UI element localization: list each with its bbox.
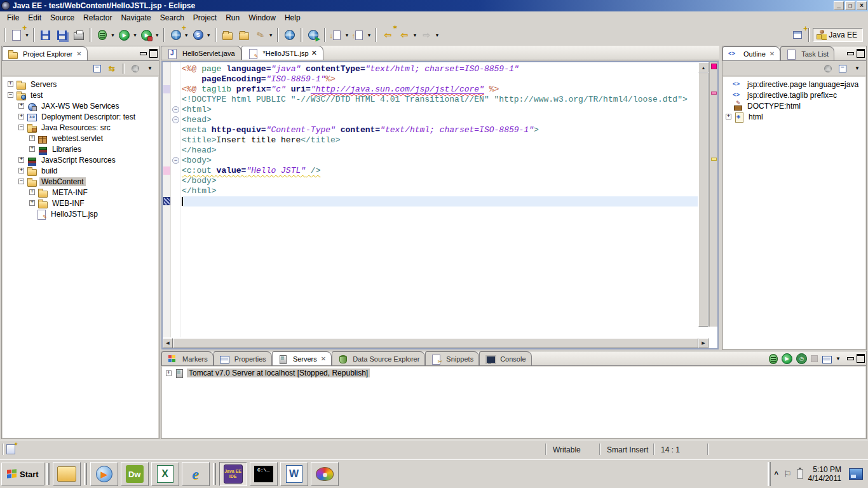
next-annotation-button[interactable]: ↓ [329,27,344,43]
close-view-icon[interactable]: ✕ [770,50,775,57]
vertical-scroll-thumb[interactable] [698,72,709,327]
taskbar-grip[interactable] [213,463,216,485]
menu-help[interactable]: Help [280,12,305,24]
java-ee-perspective-button[interactable]: Java EE [813,28,863,42]
expand-icon[interactable]: + [29,189,35,195]
save-button[interactable] [38,27,53,43]
tree-item-label[interactable]: META-INF [50,188,90,197]
mark-occurrences-button[interactable]: ✎ [253,27,268,43]
outline-item-html[interactable]: +html [726,111,865,122]
tree-item-label[interactable]: JAX-WS Web Services [39,102,121,111]
pink-annotation-mark[interactable] [163,166,170,175]
code-line[interactable]: <!DOCTYPE html PUBLIC "-//W3C//DTD HTML … [182,95,698,105]
java-ee-ide-taskbar-button[interactable]: Java EE IDE [219,462,247,486]
tab-console[interactable]: Console [479,351,531,365]
maximize-view-button[interactable] [857,49,864,56]
link-with-editor-button[interactable]: ⇆ [105,63,118,74]
menu-search[interactable]: Search [156,12,189,24]
expand-icon[interactable]: + [18,103,24,109]
tab-outline[interactable]: Outline✕ [722,46,780,60]
next-annotation-dropdown-icon[interactable]: ▼ [345,33,349,37]
tree-item-servers[interactable]: +Servers [5,79,158,90]
horizontal-scroll-thumb[interactable] [173,338,698,348]
open-resource-button[interactable] [236,27,252,43]
restore-button[interactable]: ❐ [845,1,855,10]
vertical-scrollbar[interactable]: ▲ [698,62,709,327]
collapse-icon[interactable]: − [18,125,24,130]
code-line[interactable]: <body> [182,156,698,166]
server-row[interactable]: + Tomcat v7.0 Server at localhost [Stopp… [162,367,865,378]
tree-item-build[interactable]: +build [5,165,158,176]
paint-taskbar-button[interactable] [311,462,339,486]
tree-item-deployment-descriptor-test[interactable]: +Deployment Descriptor: test [5,111,158,122]
tree-item-label[interactable]: webtest.servlet [50,134,105,143]
tree-item-test[interactable]: −test [5,90,158,100]
new-web-service-dropdown-icon[interactable]: ▼ [184,33,189,37]
tab-task-list[interactable]: Task List [780,46,834,60]
web-service-dropdown-icon[interactable]: ▼ [207,33,211,37]
outline-menu-button[interactable]: ▼ [851,63,864,74]
tree-item-hellojstl-jsp[interactable]: HelloJSTL.jsp [5,208,158,219]
lavender-annotation-mark[interactable] [163,85,170,93]
tree-item-label[interactable]: WebContent [39,177,86,186]
menu-navigate[interactable]: Navigate [116,12,155,24]
taskbar-grip[interactable] [46,463,50,485]
run-button[interactable]: ▶ [117,27,132,43]
menu-edit[interactable]: Edit [24,12,46,24]
outline-item-label[interactable]: html [747,112,765,121]
expand-icon[interactable]: + [726,114,731,119]
debug-server-icon[interactable] [769,354,778,364]
scroll-up-button[interactable]: ▲ [698,62,709,72]
menu-project[interactable]: Project [189,12,221,24]
menu-refactor[interactable]: Refactor [79,12,116,24]
fold-collapse-icon[interactable]: − [172,106,179,113]
code-line[interactable]: </head> [182,146,698,156]
close-editor-icon[interactable]: ✕ [311,49,317,57]
code-line[interactable]: <html> [182,105,698,115]
minimize-view-button[interactable] [846,49,854,56]
outline-collapse-button[interactable] [836,63,849,74]
menu-source[interactable]: Source [46,12,79,24]
show-desktop-button[interactable] [849,468,863,480]
run-dropdown-icon[interactable]: ▼ [133,33,137,37]
tree-item-webcontent[interactable]: −WebContent [5,176,158,187]
code-line[interactable]: <head> [182,115,698,125]
menu-window[interactable]: Window [244,12,280,24]
expand-icon[interactable]: + [18,157,24,163]
profile-server-icon[interactable]: ◷ [796,353,807,364]
expand-icon[interactable]: + [29,135,35,141]
open-web-browser-button[interactable] [282,27,297,43]
code-line[interactable]: <%@ taglib prefix="c" uri="http://java.s… [182,85,698,95]
menu-file[interactable]: File [3,12,24,24]
menu-run[interactable]: Run [221,12,244,24]
range-annotation-mark[interactable] [163,197,170,205]
dreamweaver-taskbar-button[interactable]: Dw [121,462,149,486]
maximize-view-button[interactable] [149,49,157,56]
scroll-right-button[interactable]: ▶ [698,338,709,348]
open-dd-button[interactable] [220,27,235,43]
collapse-icon[interactable]: − [8,92,13,98]
web-service-button[interactable]: S [191,27,206,43]
collapse-icon[interactable]: − [18,179,24,184]
server-label[interactable]: Tomcat v7.0 Server at localhost [Stopped… [187,369,370,377]
tree-item-label[interactable]: JavaScript Resources [39,156,118,165]
tray-clock[interactable]: 5:10 PM 4/14/2011 [808,465,842,483]
tree-item-webtest-servlet[interactable]: +webtest.servlet [5,133,158,144]
code-line[interactable] [182,196,698,207]
start-button[interactable]: Start [1,463,44,485]
bottom-maximize-button[interactable] [857,354,864,361]
horizontal-scrollbar[interactable]: ◀ ▶ [163,338,709,348]
tray-flag-icon[interactable]: ⚐ [783,469,792,479]
outline-item-jsp-directive-taglib-prefix-c[interactable]: jsp:directive.taglib prefix=c [726,90,865,100]
outline-item-doctype-html[interactable]: DOCTYPE:html [726,100,865,111]
yellow-overview-mark[interactable] [711,158,717,161]
print-button[interactable] [71,27,86,43]
editor-body[interactable]: −−− <%@ page language="java" contentType… [163,62,717,337]
outline-item-jsp-directive-page-language-java[interactable]: jsp:directive.page language=java [726,79,865,90]
overview-ruler[interactable] [709,62,717,327]
new-wizard-button[interactable]: + [9,27,24,43]
tree-item-label[interactable]: Servers [29,80,58,89]
battery-icon[interactable] [797,469,803,479]
tree-item-label[interactable]: Java Resources: src [39,123,112,132]
expand-icon[interactable]: + [18,168,24,173]
